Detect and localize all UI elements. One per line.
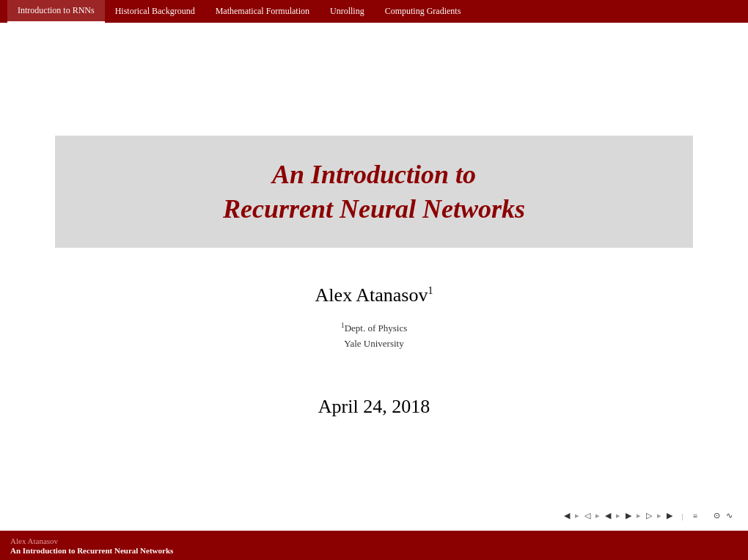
presentation-date: April 24, 2018 <box>318 396 430 418</box>
slide-title: An Introduction to Recurrent Neural Netw… <box>84 158 664 226</box>
nav-prev-item-button[interactable]: ◀ <box>603 511 613 520</box>
slide-navigation-controls: ◀ ▸ ◁ ▸ ◀ ▸ ▶ ▸ ▷ ▸ ▶ | ≡ ⊙ ∿ <box>562 511 735 520</box>
nav-item-mathematical[interactable]: Mathematical Formulation <box>205 0 320 23</box>
top-navigation: Introduction to RNNs Historical Backgrou… <box>0 0 748 23</box>
nav-item-unrolling[interactable]: Unrolling <box>320 0 375 23</box>
nav-next-section-button[interactable]: ▷ <box>644 511 654 520</box>
author-section: Alex Atanasov1 1Dept. of Physics Yale Un… <box>315 284 433 352</box>
slide-main: An Introduction to Recurrent Neural Netw… <box>0 23 748 531</box>
nav-prev-section-button[interactable]: ◁ <box>582 511 593 520</box>
bottom-bar: Alex Atanasov An Introduction to Recurre… <box>0 531 748 560</box>
author-name: Alex Atanasov1 <box>315 284 433 306</box>
bottom-slide-title: An Introduction to Recurrent Neural Netw… <box>10 546 738 555</box>
nav-next-item-button[interactable]: ▶ <box>623 511 634 520</box>
nav-back-button[interactable]: ◀ <box>562 511 572 520</box>
nav-menu-button[interactable]: ≡ <box>691 512 700 520</box>
title-box: An Introduction to Recurrent Neural Netw… <box>55 136 693 248</box>
nav-item-introduction[interactable]: Introduction to RNNs <box>7 0 105 23</box>
affiliation: 1Dept. of Physics Yale University <box>315 320 433 352</box>
nav-item-computing-gradients[interactable]: Computing Gradients <box>375 0 472 23</box>
bottom-author-name: Alex Atanasov <box>10 537 738 545</box>
nav-forward-button[interactable]: ▶ <box>664 511 675 520</box>
nav-search-button[interactable]: ∿ <box>724 511 735 520</box>
nav-zoom-button[interactable]: ⊙ <box>711 511 722 520</box>
nav-item-historical[interactable]: Historical Background <box>105 0 205 23</box>
